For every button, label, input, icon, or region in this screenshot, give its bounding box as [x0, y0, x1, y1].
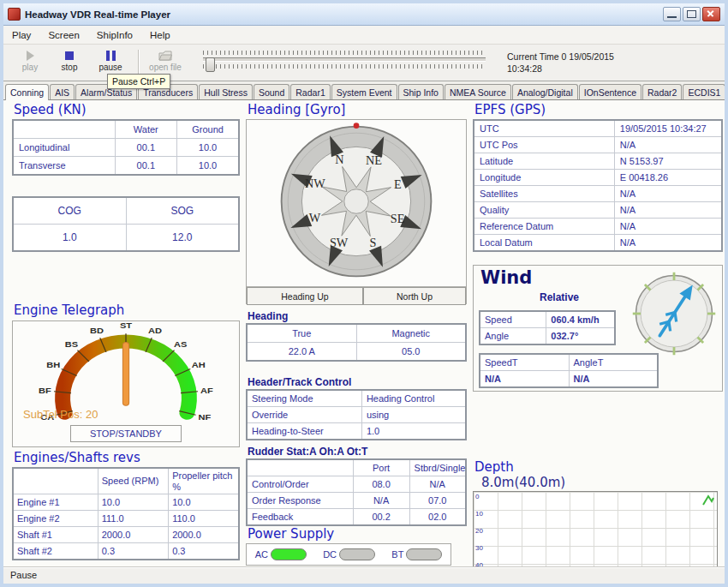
pause-label: pause — [89, 63, 132, 72]
wind-speed-angle-table: Speed060.4 km/hAngle032.7° — [479, 310, 616, 345]
depth-axis-label: 0 — [475, 494, 479, 500]
stop-button[interactable]: stop — [48, 48, 91, 72]
table-row: Longitudinal00.110.0 — [13, 139, 239, 157]
compass-point-label: S — [370, 236, 377, 249]
power-indicator-dc: DC — [323, 548, 375, 560]
column-header: Water — [115, 120, 176, 139]
timeline-track[interactable] — [203, 57, 486, 62]
table-row: Steering ModeHeading Control — [247, 390, 466, 407]
pause-button[interactable]: pause — [89, 48, 132, 72]
table-cell: Override — [247, 407, 361, 423]
timeline-ticks-bottom — [203, 64, 486, 69]
telegraph-scale-label: AH — [192, 360, 206, 369]
heading-table: TrueMagnetic22.0 A05.0 — [246, 323, 467, 362]
table-cell: Latitude — [474, 153, 614, 170]
depth-axis-label: 40 — [475, 562, 483, 566]
engines-table: Speed (RPM)Propeller pitch %Engine #110.… — [12, 467, 240, 560]
window-title: Headway VDR Real-time Player — [25, 9, 170, 20]
table-cell: 2000.0 — [169, 527, 239, 543]
minimize-icon — [667, 16, 677, 18]
table-cell: 00.1 — [115, 139, 176, 157]
subtel-position: SubTel Pos: 20 — [23, 408, 98, 421]
wind-mode-label: Relative — [512, 291, 606, 303]
timeline-slider[interactable] — [203, 51, 486, 75]
tab-hull-stress[interactable]: Hull Stress — [199, 84, 253, 99]
lubber-line-dot — [354, 123, 360, 129]
telegraph-needle — [122, 343, 128, 406]
table-cell: 02.0 — [409, 509, 466, 526]
heading-up-button[interactable]: Heading Up — [247, 287, 363, 305]
table-cell: Satellites — [474, 186, 614, 202]
menu-help[interactable]: Help — [141, 27, 179, 43]
column-header: Propeller pitch % — [169, 468, 239, 494]
table-row: Reference DatumN/A — [474, 219, 722, 235]
tab-radar1[interactable]: Radar1 — [290, 84, 330, 99]
open-file-icon — [158, 50, 172, 62]
table-row: LatitudeN 5153.97 — [474, 153, 722, 170]
tab-sound[interactable]: Sound — [254, 84, 289, 99]
table-cell: 22.0 A — [247, 343, 356, 362]
menu-play[interactable]: Play — [3, 27, 39, 43]
menu-shipinfo[interactable]: ShipInfo — [88, 27, 141, 43]
close-button[interactable] — [702, 7, 720, 21]
telegraph-scale-label: BH — [46, 360, 60, 369]
open-file-button[interactable]: open file — [140, 48, 190, 72]
tab-nmea-source[interactable]: NMEA Source — [445, 84, 511, 99]
window-controls — [663, 7, 720, 21]
tab-system-event[interactable]: System Event — [331, 84, 397, 99]
wind-direction-gauge — [630, 270, 718, 357]
tab-ship-info[interactable]: Ship Info — [398, 84, 444, 99]
power-section-title: Power Supply — [248, 526, 334, 542]
stop-icon — [65, 51, 74, 60]
tab-ionsentence[interactable]: IOnSentence — [579, 84, 641, 99]
table-cell: 12.0 — [126, 225, 239, 252]
gyro-compass-panel: NNEESESSWWNW Heading Up North Up — [246, 119, 467, 304]
north-up-button[interactable]: North Up — [363, 287, 466, 305]
track-control-sub-title: Header/Track Control — [248, 376, 351, 388]
menu-screen[interactable]: Screen — [39, 27, 87, 43]
table-cell: 19/05/2015 10:34:27 — [614, 120, 722, 137]
header-row: COGSOG — [13, 197, 239, 225]
tab-ecdis1[interactable]: ECDIS1 — [683, 84, 725, 99]
header-row: TrueMagnetic — [247, 324, 466, 343]
title-bar: Headway VDR Real-time Player — [3, 3, 725, 26]
tab-conning[interactable]: Conning — [5, 84, 49, 100]
table-cell: UTC Pos — [474, 137, 614, 153]
timeline-thumb[interactable] — [206, 57, 215, 72]
table-cell: N/A — [614, 235, 722, 252]
header-row: Speed (RPM)Propeller pitch % — [13, 468, 239, 494]
table-row: Overrideusing — [247, 407, 466, 423]
column-header — [247, 459, 353, 476]
table-cell: N/A — [614, 202, 722, 219]
compass-point-label: SW — [330, 236, 349, 249]
tab-ais[interactable]: AIS — [50, 84, 75, 99]
gyro-section-title: Heading [Gyro] — [248, 102, 345, 117]
depth-axis-label: 10 — [475, 511, 483, 518]
maximize-button[interactable] — [683, 7, 701, 21]
telegraph-scale-label: AF — [200, 386, 213, 395]
power-label: BT — [391, 549, 403, 560]
table-row: Shaft #12000.02000.0 — [13, 527, 239, 543]
table-cell: Local Datum — [474, 235, 614, 252]
rudder-table: PortStbrd/SingleControl/Order08.0N/AOrde… — [246, 458, 467, 526]
stop-standby-button[interactable]: STOP/STANDBY — [70, 425, 182, 442]
column-header: COG — [13, 197, 126, 225]
tab-analog-digital[interactable]: Analog/Digital — [512, 84, 578, 99]
menu-bar: PlayScreenShipInfoHelp — [3, 26, 725, 45]
table-cell: Feedback — [247, 509, 353, 526]
table-cell: Angle — [480, 328, 546, 345]
timeline-ticks-top — [203, 51, 486, 55]
table-row: Angle032.7° — [480, 328, 615, 345]
table-cell: N/A — [614, 186, 722, 202]
minimize-button[interactable] — [663, 7, 681, 21]
tab-radar2[interactable]: Radar2 — [642, 84, 682, 99]
telegraph-scale-label: ST — [120, 321, 133, 330]
table-cell: 1.0 — [13, 225, 126, 252]
telegraph-scale-label: BD — [90, 325, 104, 334]
table-row: Heading-to-Steer1.0 — [247, 423, 466, 440]
table-row: Feedback00.202.0 — [247, 509, 466, 526]
depth-section-title: Depth — [474, 459, 514, 475]
table-cell: N/A — [614, 219, 722, 235]
table-cell: UTC — [474, 120, 614, 137]
play-button[interactable]: play — [9, 48, 51, 72]
